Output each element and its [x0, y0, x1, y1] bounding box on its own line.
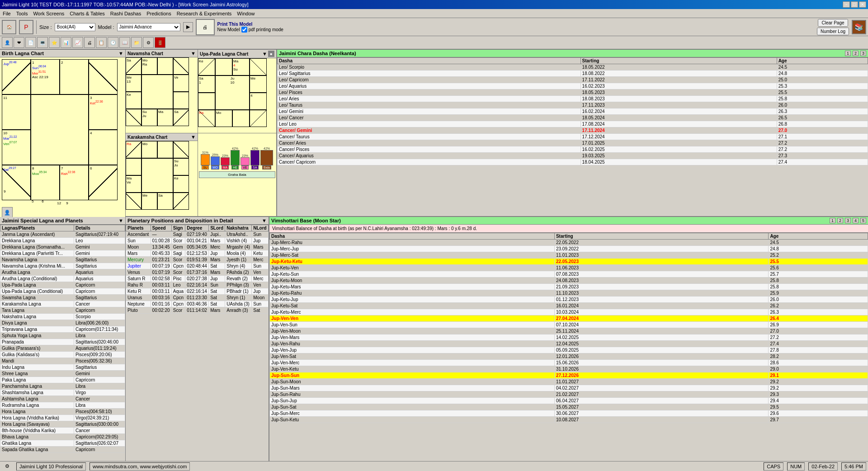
icon-exit[interactable]: 🚪	[155, 37, 165, 48]
menu-file[interactable]: File	[0, 10, 14, 17]
planetary-row[interactable]: Sun01:00:28Scor001:04:21MarsVishkh (4)Ju…	[126, 238, 269, 244]
jaimini-dasha-row[interactable]: Leo/ Aquarius16.02.202325.3	[278, 83, 868, 89]
vimsh-dasha-row[interactable]: Jup-Ketu-Mars21.09.202325.8	[270, 284, 868, 290]
special-lagna-row[interactable]: 8th-house (Vriddha Karika)Cancer	[0, 428, 125, 434]
toolbar-icon-p[interactable]: P	[19, 20, 33, 34]
menu-charts[interactable]: Charts & Tables	[67, 10, 107, 17]
icon-chart[interactable]: 📊	[61, 37, 71, 48]
special-lagna-row[interactable]: Hora Lagna (Vriddha Karika)Virgo(024:39:…	[0, 415, 125, 421]
size-select[interactable]: Book(A4)	[55, 23, 95, 31]
birth-lagna-dropdown[interactable]: ▼	[118, 51, 123, 56]
special-lagna-row[interactable]: Panchamsha LagnaLibra	[0, 383, 125, 390]
planetary-dropdown[interactable]: ▼	[262, 218, 267, 223]
vimsh-nav-1[interactable]: 1	[830, 218, 835, 223]
menu-tools[interactable]: Tools	[14, 10, 31, 17]
print-icon[interactable]: 🖨	[196, 19, 215, 35]
vimsh-dasha-row[interactable]: Jup-Ven-Rahu12.04.202527.4	[270, 341, 868, 347]
menu-window[interactable]: Window	[234, 10, 257, 17]
upapada-dropdown[interactable]: ▼	[262, 51, 267, 57]
icon-doc[interactable]: 📄	[25, 37, 36, 48]
planetary-row[interactable]: Saturn R00:02:58Pisc020:27:38JupRevath (…	[126, 276, 269, 282]
vimsh-nav-5[interactable]: 5	[860, 218, 866, 223]
vimsh-dasha-row[interactable]: Jup-Ketu-Moon24.08.202325.8	[270, 278, 868, 284]
navamsha-dropdown[interactable]: ▼	[191, 51, 196, 56]
jaimini-dasha-row[interactable]: Leo/ Scorpio18.05.202224.5	[278, 64, 868, 71]
special-lagna-row[interactable]: Hora Lagna (Savayava)Sagittarius(030:00:…	[0, 421, 125, 428]
vimsh-dasha-row[interactable]: Jup-Ketu-Jup01.12.202326.0	[270, 297, 868, 303]
icon-bar[interactable]: 📈	[72, 37, 83, 48]
menu-rashi[interactable]: Rashi Dashas	[108, 10, 144, 17]
book-icon[interactable]: 📚	[852, 20, 866, 34]
vimsh-dasha-row[interactable]: Jup-Ven-Sat12.01.202628.2	[270, 353, 868, 360]
icon-person[interactable]: 👤	[2, 37, 13, 48]
karakamsha-dropdown[interactable]: ▼	[191, 134, 196, 140]
menu-workscreens[interactable]: Work Screens	[30, 10, 67, 17]
clear-page-btn[interactable]: Clear Page	[818, 19, 848, 27]
jaimini-dasha-row[interactable]: Leo/ Leo17.08.202426.8	[278, 121, 868, 127]
jaimini-dasha-row[interactable]: Cancer/ Aquarius19.03.202527.3	[278, 153, 868, 159]
planetary-row[interactable]: Moon13:34:45Gem005:34:05MercMrgashr (4)M…	[126, 244, 269, 250]
pdf-checkbox[interactable]	[241, 27, 247, 33]
jaimini-dasha-row[interactable]: Leo/ Pisces18.05.202325.5	[278, 89, 868, 96]
special-lagna-row[interactable]: Indu LagnaSagittarius	[0, 364, 125, 371]
vimsh-dasha-row[interactable]: Jup-Ketu-Sat16.01.202426.2	[270, 303, 868, 309]
jaimini-dasha-row[interactable]: Leo/ Gemini16.02.202426.3	[278, 108, 868, 115]
icon-book2[interactable]: 📖	[119, 37, 130, 48]
special-lagna-row[interactable]: MandiPisces(005:32:36)	[0, 358, 125, 364]
vimsh-dasha-row[interactable]: Jup-Sun-Sun27.12.202629.1	[270, 372, 868, 379]
jaimini-dasha-row[interactable]: Cancer/ Gemini17.11.202427.0	[278, 127, 868, 134]
jaimini-dasha-row[interactable]: Cancer/ Taurus17.12.202427.1	[278, 134, 868, 140]
model-select[interactable]: Jaimini Advance	[117, 23, 180, 31]
vimsh-nav-3[interactable]: 3	[845, 218, 851, 223]
planetary-row[interactable]: Mercury01:23:21Scor019:51:39MarsJyesth (…	[126, 257, 269, 263]
jaimini-nav-1[interactable]: 1	[845, 51, 851, 56]
jaimini-dasha-row[interactable]: Cancer/ Capricorn18.04.202527.4	[278, 159, 868, 165]
vimsh-dasha-row[interactable]: Jup-Merc-Rahu22.05.202224.5	[270, 240, 868, 246]
planetary-table-container[interactable]: Planets Speed Sign Degree SLord Nakshatr…	[126, 225, 269, 461]
jaimini-dasha-row[interactable]: Leo/ Sagittarius18.08.202224.8	[278, 71, 868, 77]
jaimini-dasha-row[interactable]: Leo/ Aries18.08.202325.8	[278, 96, 868, 102]
icon-print[interactable]: 🖨	[84, 37, 95, 48]
special-lagna-row[interactable]: Shree LagnaGemini	[0, 371, 125, 377]
special-lagnas-table-container[interactable]: Lagnas/Planets Details Janma Lagna (Asce…	[0, 225, 125, 461]
special-lagna-row[interactable]: Ghatika LagnaSagittarius(026:02:07	[0, 440, 125, 447]
special-lagnas-dropdown[interactable]: ▼	[118, 218, 123, 223]
jaimini-nav-3[interactable]: 3	[860, 51, 866, 56]
planetary-row[interactable]: Ketu R00:03:11Aqua022:16:14SatPBhadr (1)…	[126, 288, 269, 295]
vimsh-dasha-row[interactable]: Jup-Ketu-Merc10.03.202426.3	[270, 309, 868, 316]
special-lagna-row[interactable]: Shashtamsha LagnaVirgo	[0, 390, 125, 396]
special-lagna-row[interactable]: Navamsha Lagna (Krishna Mi...Sagittarius	[0, 263, 125, 269]
vimsh-table-container[interactable]: Dasha Starting Age Jup-Merc-Rahu22.05.20…	[269, 233, 868, 461]
special-lagna-row[interactable]: Rudramsha LagnaLibra	[0, 402, 125, 409]
menu-predictions[interactable]: Predictions	[144, 10, 174, 17]
special-lagna-row[interactable]: Tara LagnaCapricorn	[0, 307, 125, 314]
icon-folder[interactable]: 📁	[131, 37, 142, 48]
special-lagna-row[interactable]: Gulika (Parasara's)Aquarius(011:19:24)	[0, 345, 125, 352]
vimsh-dasha-row[interactable]: Jup-Sun-Merc30.06.202729.6	[270, 410, 868, 417]
planetary-row[interactable]: Jupiter00:07:19Cpcn020:48:44SatShryn (4)…	[126, 263, 269, 269]
special-lagna-row[interactable]: Drekkana LagnaLeo	[0, 238, 125, 244]
icon-settings[interactable]: ⚙	[143, 37, 154, 48]
special-lagna-row[interactable]: PranapadaSagittarius(020:46:00	[0, 339, 125, 345]
vimsh-dasha-row[interactable]: Jup-Ven-Mars14.02.202527.2	[270, 334, 868, 341]
special-lagna-row[interactable]: Tripravana LagnaCapricorn(017:11:34)	[0, 326, 125, 333]
special-lagna-row[interactable]: Divya LagnaLibra(006:26:00)	[0, 320, 125, 326]
icon-list[interactable]: 📋	[96, 37, 107, 48]
special-lagna-row[interactable]: Drekkana Lagna (Somanatha...Gemini	[0, 244, 125, 250]
vimsh-dasha-row[interactable]: Jup-Sun-Moon11.01.202729.2	[270, 379, 868, 385]
upapada-icon-btn[interactable]: ■	[268, 51, 274, 57]
vimsh-dasha-row[interactable]: Jup-Sun-Jup06.04.202729.4	[270, 398, 868, 404]
vimsh-dasha-row[interactable]: Jup-Merc-Sat11.01.202325.2	[270, 252, 868, 259]
jaimini-dasha-row[interactable]: Leo/ Capricorn17.11.202225.0	[278, 77, 868, 83]
jaimini-dasha-row[interactable]: Leo/ Cancer18.05.202426.5	[278, 115, 868, 121]
vimsh-nav-2[interactable]: 2	[837, 218, 843, 223]
vimsh-dasha-row[interactable]: Jup-Sun-Rahu21.02.202729.3	[270, 391, 868, 398]
minimize-button[interactable]: −	[843, 1, 850, 8]
vimsh-dasha-row[interactable]: Jup-Ven-Sun07.10.202426.9	[270, 322, 868, 328]
jaimini-nav-2[interactable]: 2	[853, 51, 859, 56]
number-log-btn[interactable]: Number Log	[817, 28, 849, 35]
special-lagna-row[interactable]: Nakshatra LagnaScorpio	[0, 314, 125, 320]
vimsh-nav-4[interactable]: 4	[853, 218, 859, 223]
icon-computer[interactable]: 💻	[37, 37, 48, 48]
icon-star[interactable]: ⭐	[49, 37, 60, 48]
